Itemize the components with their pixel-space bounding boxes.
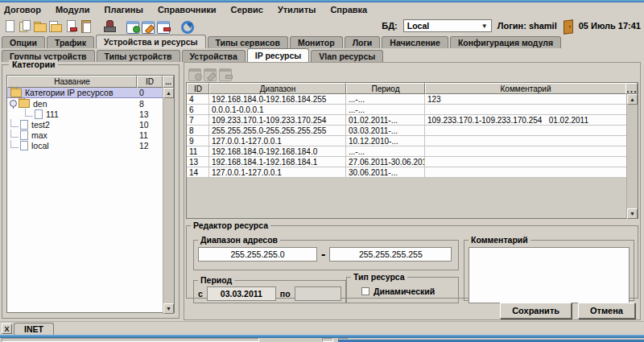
save-button[interactable]: Сохранить (500, 303, 572, 319)
tree-id: 10 (137, 120, 163, 130)
col-id[interactable]: ID (187, 83, 209, 94)
stamp-icon[interactable] (102, 19, 116, 32)
period-from-input[interactable]: 03.03.2011 (207, 286, 276, 301)
cancel-button[interactable]: Отмена (578, 303, 635, 319)
folder-document-icon[interactable] (48, 19, 62, 32)
table-row[interactable]: 8 255.255.255.0-255.255.255.255 03.03.20… (187, 126, 626, 136)
range-to-input[interactable]: 255.255.255.255 (329, 247, 452, 262)
categories-title: Категории (9, 60, 58, 69)
cell-period: 27.06.2011-30.06.2011 (346, 157, 425, 167)
period-to-input[interactable] (295, 286, 341, 301)
table-row[interactable]: 7 109.233.170.1-109.233.170.254 01.02.20… (187, 115, 626, 126)
menu-servis[interactable]: Сервис (230, 5, 262, 14)
table-row[interactable]: 11 192.168.184.0-192.168.184.0 ...-... (187, 146, 626, 157)
session-tab-inet[interactable]: INET (14, 323, 54, 335)
logout-door-icon[interactable] (563, 20, 573, 32)
tree-row-root[interactable]: Категории IP ресурсов 0 (7, 88, 163, 98)
tree-row-local[interactable]: local 12 (7, 140, 163, 150)
dynamic-checkbox[interactable] (361, 287, 369, 295)
tree-label: den (33, 99, 47, 109)
menu-plaginy[interactable]: Плагины (104, 5, 142, 14)
cell-period: ...-... (346, 94, 425, 104)
table-header-more-button[interactable]: ... (625, 83, 638, 94)
cell-period: 30.06.2011-... (346, 167, 425, 177)
menu-utility[interactable]: Утилиты (278, 5, 316, 14)
tree-expander-icon[interactable] (10, 100, 17, 107)
tab-vlan-resursy[interactable]: Vlan ресурсы (311, 50, 383, 62)
col-range[interactable]: Диапазон (209, 83, 346, 94)
tab-ip-resursy[interactable]: IP ресурсы (247, 48, 310, 62)
cell-id: 14 (187, 167, 209, 177)
tree-row-test2[interactable]: test2 10 (7, 119, 163, 130)
tree-header-name[interactable]: Название (7, 76, 137, 88)
new-document-icon[interactable] (2, 19, 16, 32)
tree-id: 12 (137, 141, 163, 150)
tab-trafik[interactable]: Трафик (47, 36, 94, 48)
scroll-up-icon[interactable]: ▲ (627, 94, 638, 105)
menu-dogovor[interactable]: Договор (4, 5, 41, 14)
tree-row-den[interactable]: den 8 (7, 98, 163, 109)
tab-tipy-ustroystv[interactable]: Типы устройств (97, 50, 180, 62)
tree-vertical-scrollbar[interactable]: ▲ ▼ (163, 88, 174, 314)
scroll-down-icon[interactable]: ▼ (163, 303, 174, 314)
cell-period: 10.12.2010-... (346, 136, 425, 146)
address-range-title: Диапазон адресов (198, 235, 280, 245)
menu-spravka[interactable]: Справка (330, 5, 367, 14)
menu-spravochniki[interactable]: Справочники (158, 5, 217, 14)
folder-icon[interactable] (33, 19, 47, 32)
close-session-button[interactable]: X (2, 323, 12, 334)
tree-header-more-button[interactable]: ... (163, 76, 174, 88)
tab-tipy-servisov[interactable]: Типы сервисов (208, 36, 288, 48)
resources-table-header: ID Диапазон Период Комментарий (187, 83, 626, 94)
range-from-input[interactable]: 255.255.255.0 (198, 247, 317, 262)
tree-label: Категории IP ресурсов (25, 88, 114, 97)
db-select[interactable]: Local ▼ (403, 19, 492, 32)
refresh-icon[interactable] (180, 19, 193, 32)
copy-document-icon[interactable] (18, 19, 31, 32)
cell-range: 0.0.0.1-0.0.0.1 (209, 105, 346, 114)
table-row[interactable]: 4 192.168.184.0-192.168.184.255 ...-... … (187, 94, 626, 105)
cell-comment (425, 105, 626, 114)
resource-type-groupbox: Тип ресурса Динамический (346, 272, 459, 303)
tree-id: 11 (137, 130, 163, 140)
tab-ustroystva[interactable]: Устройства (182, 50, 246, 62)
tab-monitor[interactable]: Монитор (290, 36, 343, 48)
table-row[interactable]: 14 127.0.0.1-127.0.0.1 30.06.2011-... (187, 167, 626, 178)
dynamic-checkbox-label: Динамический (374, 286, 435, 296)
table-vertical-scrollbar[interactable]: ▲ ▼ (626, 94, 638, 219)
add-resource-icon[interactable] (188, 67, 201, 80)
cell-id: 7 (187, 115, 209, 125)
menu-moduli[interactable]: Модули (56, 5, 90, 14)
table-row[interactable]: 9 127.0.0.1-127.0.0.1 10.12.2010-... (187, 136, 626, 146)
chevron-down-icon: ▼ (481, 23, 488, 30)
delete-resource-icon[interactable] (218, 67, 232, 80)
col-comment[interactable]: Комментарий (425, 83, 626, 94)
delete-document-icon[interactable] (64, 19, 77, 32)
tree-header-id[interactable]: ID (137, 76, 163, 88)
tab-logi[interactable]: Логи (345, 36, 381, 48)
table-row[interactable]: 13 192.168.184.1-192.168.184.1 27.06.201… (187, 157, 626, 167)
tab-nachislenie[interactable]: Начисление (382, 36, 448, 48)
comment-textarea[interactable] (469, 247, 630, 303)
folder-icon (19, 99, 30, 108)
period-title: Период (198, 275, 234, 285)
col-period[interactable]: Период (346, 83, 425, 94)
scroll-down-icon[interactable]: ▼ (627, 208, 638, 219)
add-record-icon[interactable] (126, 19, 139, 32)
scroll-up-icon[interactable]: ▲ (163, 88, 174, 98)
tab-ustroystva-i-resursy[interactable]: Устройства и ресурсы (96, 35, 205, 48)
edit-record-icon[interactable] (141, 19, 155, 32)
delete-record-icon[interactable] (156, 19, 170, 32)
tab-konfiguraciya-modulya[interactable]: Конфигурация модуля (450, 36, 561, 48)
cell-range: 255.255.255.0-255.255.255.255 (209, 126, 346, 135)
tab-opcii[interactable]: Опции (2, 36, 45, 48)
tree-row-max[interactable]: max 11 (7, 130, 163, 140)
cell-comment (425, 157, 626, 167)
comment-groupbox: Комментарий (464, 235, 634, 301)
edit-resource-icon[interactable] (203, 67, 217, 80)
status-segment (2, 338, 259, 342)
paste-icon[interactable] (79, 19, 93, 32)
cell-comment: 109.233.170.1-109.233.170.254 01.02.2011 (425, 115, 626, 125)
table-row[interactable]: 6 0.0.0.1-0.0.0.1 ...-... (187, 105, 626, 115)
tree-row-111[interactable]: 111 13 (7, 109, 163, 119)
